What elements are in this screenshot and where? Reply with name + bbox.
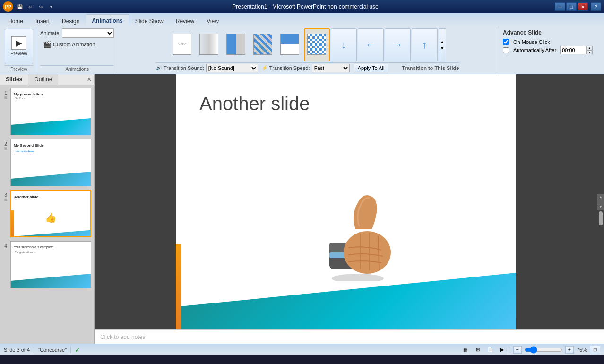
panel-close-button[interactable]: ✕ — [85, 74, 94, 85]
slide-number-2: 2 ⊞ — [3, 139, 9, 151]
transition-speed-select[interactable]: Fast Medium Slow — [312, 64, 350, 72]
time-down-btn[interactable]: ▼ — [586, 50, 593, 54]
tab-animations[interactable]: Animations — [86, 14, 129, 26]
help-button[interactable]: ? — [591, 2, 601, 11]
slide2-title: My Second Slide — [14, 143, 44, 147]
slide-thumb-4[interactable]: Your slideshow is complete! Congratulati… — [10, 241, 91, 288]
slide-thumb-1[interactable]: My presentation By Erica — [10, 88, 91, 135]
tab-home[interactable]: Home — [2, 15, 29, 26]
slide1-title: My presentation — [14, 92, 43, 96]
tab-view[interactable]: View — [200, 15, 225, 26]
animations-section: Animate: 🎬 Custom Animation Animations — [37, 27, 117, 73]
preview-icon: ▶ — [11, 36, 26, 50]
tab-design[interactable]: Design — [56, 15, 86, 26]
slide-item-2[interactable]: 2 ⊞ My Second Slide Information here — [2, 138, 92, 187]
canvas-scrollbar[interactable]: ▲ ▼ — [597, 194, 604, 210]
slides-list: 1 ⊞ My presentation By Erica 2 ⊞ — [0, 85, 94, 344]
automatically-after-checkbox[interactable] — [503, 47, 509, 53]
automatically-after-row: Automatically After: 00:00 ▲ ▼ — [503, 46, 593, 54]
animate-select[interactable] — [62, 28, 114, 38]
time-spinner[interactable]: ▲ ▼ — [586, 46, 593, 54]
preview-button[interactable]: ▶ Preview — [5, 29, 33, 64]
minimize-button[interactable]: ─ — [555, 2, 565, 11]
zoom-slider[interactable] — [525, 347, 562, 353]
notes-area[interactable]: Click to add notes — [95, 329, 604, 344]
status-right-area: ▦ ⊞ 📄 ▶ − + 75% ⊡ — [461, 346, 600, 354]
trans-arrow-left[interactable]: ← — [358, 28, 384, 61]
ribbon-tab-bar: Home Insert Design Animations Slide Show… — [0, 13, 604, 26]
redo-quick-btn[interactable]: ↪ — [36, 2, 45, 11]
trans-fade[interactable] — [196, 28, 222, 61]
zoom-level: 75% — [577, 347, 587, 353]
customize-quick-btn[interactable]: ▾ — [46, 2, 56, 11]
slideshow-button[interactable]: ▶ — [498, 346, 507, 354]
tab-slideshow[interactable]: Slide Show — [129, 15, 170, 26]
custom-animation-label: Custom Animation — [53, 42, 95, 47]
transition-sound-select[interactable]: [No Sound] — [206, 64, 258, 72]
slide-thumb-3[interactable]: Another slide 👍 — [10, 190, 91, 237]
animate-label: Animate: — [40, 30, 60, 36]
trans-arrow-right[interactable]: → — [385, 28, 411, 61]
slide-sorter-button[interactable]: ⊞ — [473, 346, 483, 354]
advance-slide-section: Advance Slide On Mouse Click Automatical… — [498, 27, 602, 73]
undo-quick-btn[interactable]: ↩ — [26, 2, 35, 11]
reading-view-button[interactable]: 📄 — [485, 346, 495, 354]
trans-arrow-down[interactable]: ↓ — [331, 28, 357, 61]
on-mouse-click-checkbox[interactable] — [503, 39, 509, 45]
transition-speed-row: ⚡ Transition Speed: Fast Medium Slow — [262, 64, 350, 72]
zoom-out-button[interactable]: − — [513, 346, 522, 354]
tab-review[interactable]: Review — [170, 15, 200, 26]
trans-none[interactable]: None — [169, 28, 195, 61]
automatically-after-label: Automatically After: — [513, 47, 558, 53]
slide4-title: Your slideshow is complete! — [14, 245, 54, 249]
slide-number-4: 4 — [3, 241, 9, 249]
transition-sound-icon: 🔊 — [156, 65, 162, 70]
normal-view-button[interactable]: ▦ — [461, 346, 470, 354]
on-mouse-click-row: On Mouse Click — [503, 39, 550, 45]
outline-tab[interactable]: Outline — [28, 74, 58, 85]
close-button[interactable]: ✕ — [578, 2, 588, 11]
zoom-in-button[interactable]: + — [565, 346, 574, 354]
scroll-thumb[interactable] — [599, 211, 603, 225]
custom-animation-button[interactable]: 🎬 Custom Animation — [40, 40, 98, 49]
slide-canvas[interactable]: Another slide — [176, 74, 516, 329]
slide3-clipart: 👍 — [45, 212, 57, 223]
slides-tab[interactable]: Slides — [0, 74, 28, 85]
slide4-subtitle: Congratulations ☺ — [15, 251, 36, 254]
ribbon: Home Insert Design Animations Slide Show… — [0, 13, 604, 74]
transition-to-slide-label: Transition to This Slide — [402, 65, 459, 71]
status-separator-3 — [510, 347, 510, 353]
slide-item-3[interactable]: 3 ⊞ Another slide 👍 — [2, 189, 92, 238]
on-mouse-click-label: On Mouse Click — [513, 39, 550, 45]
slide-thumb-2[interactable]: My Second Slide Information here — [10, 139, 91, 186]
time-input[interactable]: 00:00 — [560, 46, 586, 54]
slide-item-1[interactable]: 1 ⊞ My presentation By Erica — [2, 87, 92, 136]
status-separator-2 — [70, 347, 71, 353]
transition-speed-icon: ⚡ — [262, 65, 267, 70]
theme-status: "Concourse" — [38, 347, 67, 353]
animations-section-label: Animations — [40, 65, 114, 72]
slide-panel: Slides Outline ✕ 1 ⊞ My presentation By … — [0, 74, 95, 344]
animate-row: Animate: — [40, 28, 114, 38]
time-up-btn[interactable]: ▲ — [586, 46, 593, 50]
canvas-area[interactable]: Another slide — [95, 74, 604, 329]
svg-point-4 — [344, 231, 391, 274]
trans-arrow-up[interactable]: ↑ — [412, 28, 438, 61]
restore-button[interactable]: □ — [566, 2, 577, 11]
trans-wipe[interactable] — [223, 28, 249, 61]
svg-point-0 — [332, 274, 384, 281]
transition-sound-row: 🔊 Transition Sound: [No Sound] — [156, 64, 258, 72]
trans-checker[interactable] — [304, 28, 330, 61]
tab-insert[interactable]: Insert — [29, 15, 56, 26]
slide-item-4[interactable]: 4 Your slideshow is complete! Congratula… — [2, 240, 92, 289]
scroll-up-arrow[interactable]: ▲ — [599, 195, 603, 199]
save-quick-btn[interactable]: 💾 — [15, 2, 25, 11]
slide1-subtitle: By Erica — [15, 97, 25, 100]
trans-cut[interactable] — [277, 28, 303, 61]
scroll-down-arrow[interactable]: ▼ — [599, 205, 603, 209]
apply-to-all-button[interactable]: Apply To All — [354, 64, 389, 72]
fit-slide-button[interactable]: ⊡ — [590, 346, 600, 354]
trans-scroll-buttons[interactable]: ▲ ▼ — [439, 28, 446, 61]
panel-tab-bar: Slides Outline ✕ — [0, 74, 94, 85]
trans-strip[interactable] — [250, 28, 276, 61]
